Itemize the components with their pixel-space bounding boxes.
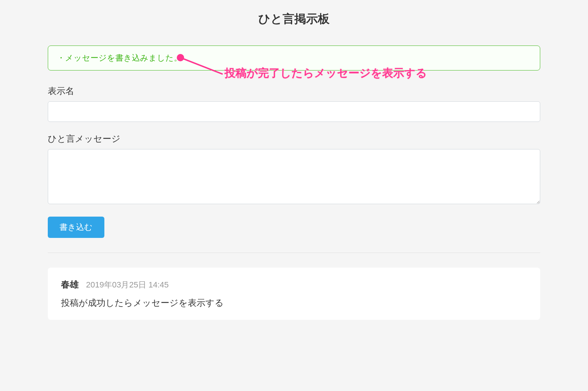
post-body: 投稿が成功したらメッセージを表示する [61, 297, 527, 309]
display-name-label: 表示名 [48, 85, 540, 97]
page-title: ひと言掲示板 [48, 11, 540, 27]
annotation-text: 投稿が完了したらメッセージを表示する [225, 66, 427, 81]
annotation-arrow-icon [177, 54, 228, 80]
svg-line-0 [180, 58, 223, 74]
message-label: ひと言メッセージ [48, 133, 540, 145]
success-alert-text: ・メッセージを書き込みました。 [57, 53, 182, 62]
post-timestamp: 2019年03月25日 14:45 [86, 279, 169, 290]
display-name-input[interactable] [48, 101, 540, 122]
display-name-group: 表示名 [48, 85, 540, 122]
success-alert: ・メッセージを書き込みました。 投稿が完了したらメッセージを表示する [48, 46, 540, 70]
main-container: ひと言掲示板 ・メッセージを書き込みました。 投稿が完了したらメッセージを表示す… [26, 11, 562, 320]
post-card: 春雄 2019年03月25日 14:45 投稿が成功したらメッセージを表示する [48, 268, 540, 320]
submit-button[interactable]: 書き込む [48, 217, 104, 238]
post-header: 春雄 2019年03月25日 14:45 [61, 279, 527, 290]
message-textarea[interactable] [48, 149, 540, 204]
post-author: 春雄 [61, 279, 79, 290]
section-divider [48, 253, 540, 253]
message-group: ひと言メッセージ [48, 133, 540, 206]
